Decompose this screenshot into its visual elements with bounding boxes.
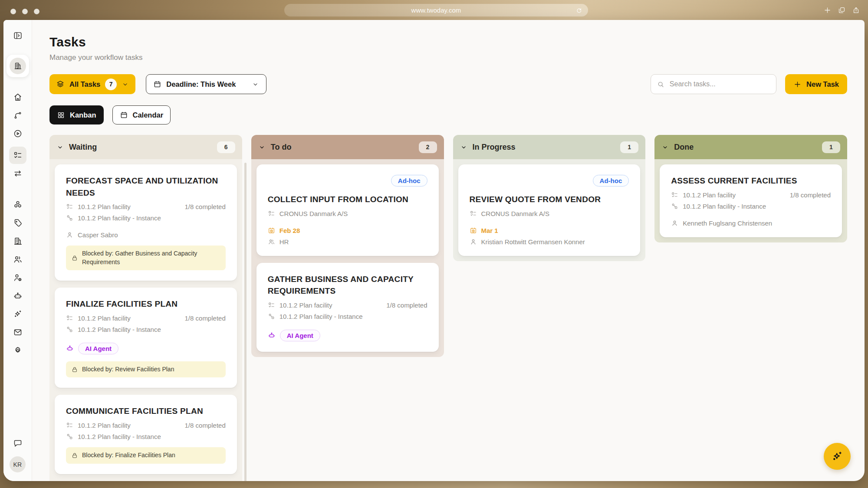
organization-switcher[interactable] [7,55,29,77]
all-tasks-filter-button[interactable]: All Tasks 7 [49,74,135,94]
column-body: ASSESS CURRENT FACILITIES 10.1.2 Plan fa… [654,159,847,242]
building-icon [13,62,22,70]
task-instance: 10.1.2 Plan facility - Instance [683,203,831,210]
sidebar-item-ai-agents[interactable] [13,291,23,301]
task-card[interactable]: ASSESS CURRENT FACILITIES 10.1.2 Plan fa… [660,164,842,237]
users-icon [13,255,23,264]
task-instance: 10.1.2 Plan facility - Instance [78,214,226,222]
task-assignee: Kenneth Fuglsang Christensen [683,219,831,227]
view-tab-calendar[interactable]: Calendar [112,105,171,124]
all-tasks-label: All Tasks [69,80,100,88]
robot-icon [13,291,23,301]
sidebar-item-tasks-active[interactable] [9,147,26,164]
sidebar-item-runs[interactable] [13,128,23,139]
deadline-label: Deadline: This Week [166,80,236,88]
column-header-in-progress[interactable]: In Progress 1 [453,135,646,159]
play-circle-icon [13,129,23,138]
close-window-button[interactable] [10,9,16,14]
ai-agent-badge: AI Agent [280,330,320,341]
instance-icon [671,203,678,210]
task-process: 10.1.2 Plan facility [78,314,181,322]
task-title: GATHER BUSINESS AND CAPACITY REQUIREMENT… [268,273,427,297]
sidebar-item-user-settings[interactable] [13,272,23,283]
column-count-badge: 6 [217,141,235,153]
column-body: Ad-hoc REVIEW QUOTE FROM VENDOR CRONUS D… [453,159,646,261]
sidebar-item-users[interactable] [13,254,23,265]
chevron-down-icon [122,81,129,88]
calendar-icon [120,111,128,119]
task-title: ASSESS CURRENT FACILITIES [671,175,831,187]
lock-icon [71,366,78,373]
column-body: Ad-hoc COLLECT INPUT FROM LOCATION CRONU… [251,159,444,357]
new-task-button[interactable]: New Task [785,74,847,94]
deadline-filter-button[interactable]: Deadline: This Week [146,74,266,94]
blocked-banner: Blocked by: Gather Business and Capacity… [66,246,226,270]
chevron-down-icon [252,81,259,88]
sidebar: KR [3,20,32,481]
task-title: REVIEW QUOTE FROM VENDOR [470,193,629,206]
sidebar-item-ai-assist[interactable] [13,309,23,319]
blocked-text: Blocked by: Gather Business and Capacity… [82,249,220,266]
column-header-done[interactable]: Done 1 [654,135,847,159]
ai-assistant-fab[interactable] [824,443,851,470]
panel-toggle-icon [13,31,23,40]
search-input[interactable] [669,80,770,88]
tab-overview-icon[interactable] [838,6,846,14]
task-progress: 1/8 completed [185,314,226,322]
all-tasks-count-badge: 7 [105,79,117,90]
search-box[interactable] [651,74,776,94]
sidebar-item-mail[interactable] [13,327,23,337]
column-title: In Progress [473,143,615,152]
process-icon [66,422,73,429]
sidebar-item-chat[interactable] [13,438,23,449]
sidebar-item-tags[interactable] [13,218,23,228]
sidebar-item-transfers[interactable] [13,168,23,179]
tag-icon [13,218,23,228]
kanban-column-done: Done 1 ASSESS CURRENT FACILITIES 10.1.2 … [654,135,847,242]
browser-titlebar: www.twoday.com [0,0,868,20]
task-card[interactable]: Ad-hoc COLLECT INPUT FROM LOCATION CRONU… [256,164,439,256]
sidebar-toggle-button[interactable] [13,30,23,41]
minimize-window-button[interactable] [22,9,28,14]
task-card[interactable]: FORECAST SPACE AND UTILIZATION NEEDS 10.… [55,164,237,281]
blocked-text: Blocked by: Finalize Facilities Plan [82,451,175,460]
task-process: 10.1.2 Plan facility [78,422,181,429]
task-progress: 1/8 completed [185,203,226,210]
sidebar-item-settings[interactable] [13,345,23,356]
share-icon[interactable] [852,6,860,14]
lock-icon [71,255,78,262]
task-due-date: Feb 28 [279,227,427,234]
task-title: FORECAST SPACE AND UTILIZATION NEEDS [66,175,226,199]
task-due-date: Mar 1 [481,227,629,234]
column-title: To do [271,143,414,152]
task-card[interactable]: COMMUNICATE FACILITIES PLAN 10.1.2 Plan … [55,395,237,474]
adhoc-badge: Ad-hoc [593,175,629,187]
maximize-window-button[interactable] [34,9,39,14]
chevron-down-icon [56,144,64,151]
avatar[interactable]: KR [10,456,26,472]
lock-icon [71,452,78,459]
column-header-waiting[interactable]: Waiting 6 [49,135,242,159]
sidebar-item-home[interactable] [13,92,23,102]
column-header-todo[interactable]: To do 2 [251,135,444,159]
task-card[interactable]: FINALIZE FACILITIES PLAN 10.1.2 Plan fac… [55,288,237,388]
view-tab-kanban[interactable]: Kanban [49,105,104,124]
sidebar-item-workflows[interactable] [13,110,23,121]
process-icon [671,191,678,199]
instance-icon [66,433,73,440]
blocked-banner: Blocked by: Review Facilities Plan [66,361,226,378]
robot-icon [66,344,74,352]
column-count-badge: 1 [822,141,840,153]
address-bar[interactable]: www.twoday.com [284,4,588,16]
new-tab-icon[interactable] [823,6,832,14]
sidebar-item-products[interactable] [13,200,23,210]
chevron-down-icon [258,144,266,151]
sidebar-item-company[interactable] [13,236,23,246]
page-title: Tasks [49,35,847,49]
task-card[interactable]: Ad-hoc REVIEW QUOTE FROM VENDOR CRONUS D… [458,164,641,256]
window-controls [10,9,39,14]
reload-icon[interactable] [575,7,583,14]
task-card[interactable]: GATHER BUSINESS AND CAPACITY REQUIREMENT… [256,263,439,352]
plus-icon [793,80,802,88]
blocked-banner: Blocked by: Finalize Facilities Plan [66,447,226,464]
